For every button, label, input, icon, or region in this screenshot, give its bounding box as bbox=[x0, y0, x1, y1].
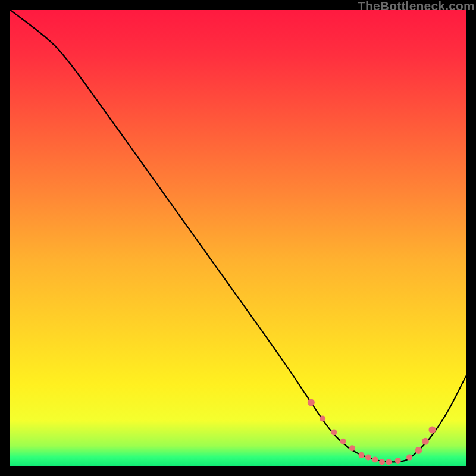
valley-dot bbox=[428, 427, 436, 434]
valley-dot bbox=[308, 399, 315, 406]
watermark-text: TheBottleneck.com bbox=[358, 0, 475, 13]
gradient-background bbox=[10, 10, 466, 466]
valley-dot bbox=[415, 447, 422, 454]
valley-dot bbox=[372, 457, 378, 463]
valley-dot bbox=[379, 459, 385, 465]
valley-dot bbox=[365, 455, 371, 461]
valley-dot bbox=[395, 458, 401, 464]
valley-dot bbox=[386, 459, 392, 465]
chart-container: TheBottleneck.com bbox=[0, 0, 476, 476]
valley-dot bbox=[331, 429, 337, 435]
valley-dot bbox=[320, 415, 325, 421]
valley-dot bbox=[422, 438, 429, 445]
valley-dot bbox=[349, 445, 355, 451]
valley-dot bbox=[406, 455, 412, 461]
valley-dot bbox=[358, 452, 364, 458]
valley-dot bbox=[340, 439, 346, 444]
bottleneck-chart bbox=[10, 10, 466, 466]
